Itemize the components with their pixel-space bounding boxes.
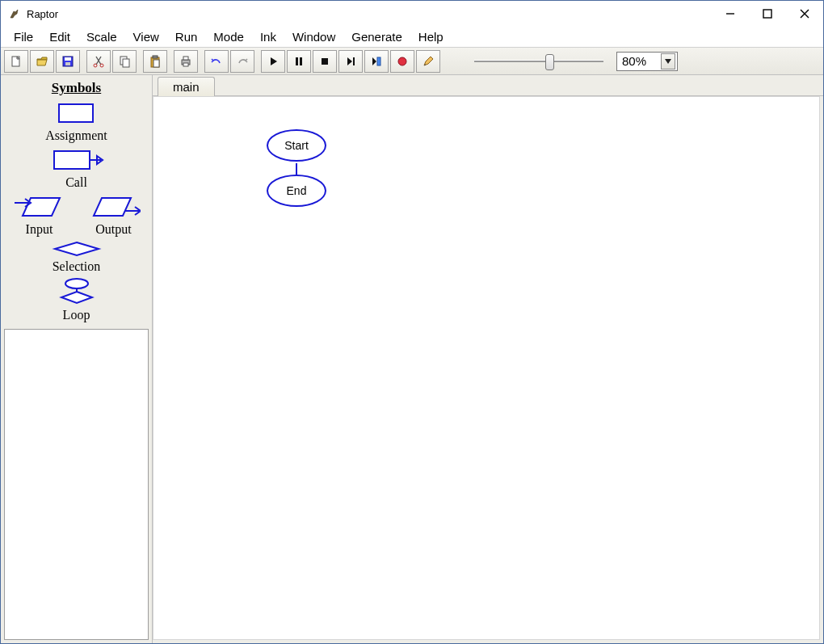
- symbol-assignment[interactable]: Assignment: [45, 99, 107, 143]
- svg-marker-31: [55, 242, 99, 255]
- new-button[interactable]: [4, 50, 28, 73]
- flow-end-label: End: [287, 184, 307, 197]
- maximize-button[interactable]: [749, 1, 786, 27]
- call-icon: [46, 146, 107, 174]
- svg-rect-22: [377, 57, 380, 65]
- assignment-icon: [54, 99, 98, 127]
- open-button[interactable]: [30, 50, 54, 73]
- app-window: Raptor File Edit Scale View Run Mode Ink…: [0, 0, 824, 644]
- redo-button[interactable]: [230, 50, 254, 73]
- pause-button[interactable]: [287, 50, 311, 73]
- flow-end[interactable]: End: [267, 175, 326, 207]
- svg-rect-20: [322, 58, 328, 65]
- menu-file[interactable]: File: [6, 28, 41, 45]
- svg-rect-11: [123, 59, 129, 67]
- tab-main[interactable]: main: [158, 77, 215, 96]
- input-icon: [13, 193, 66, 221]
- svg-rect-6: [65, 57, 71, 61]
- selection-label: Selection: [53, 259, 101, 274]
- svg-marker-34: [61, 292, 92, 303]
- body: Symbols Assignment Call: [1, 75, 823, 643]
- menu-ink[interactable]: Ink: [252, 28, 284, 45]
- zoom-combobox[interactable]: 80%: [616, 52, 678, 71]
- cut-button[interactable]: [86, 50, 111, 73]
- svg-rect-17: [183, 63, 188, 66]
- flow-start[interactable]: Start: [267, 129, 326, 162]
- tab-main-label: main: [173, 80, 200, 94]
- symbol-input[interactable]: Input: [13, 193, 66, 237]
- print-button[interactable]: [174, 50, 198, 73]
- selection-icon: [48, 240, 105, 258]
- slider-track: [474, 60, 603, 62]
- symbols-title: Symbols: [1, 75, 152, 99]
- zoom-dropdown-button[interactable]: [661, 53, 675, 69]
- svg-rect-25: [54, 151, 90, 169]
- canvas-wrap: Start End: [153, 96, 823, 643]
- sidebar: Symbols Assignment Call: [1, 75, 153, 643]
- svg-line-3: [801, 10, 809, 18]
- watch-panel: [4, 329, 149, 640]
- undo-button[interactable]: [204, 50, 229, 73]
- menu-edit[interactable]: Edit: [41, 28, 78, 45]
- paste-button[interactable]: [143, 50, 167, 73]
- svg-rect-1: [763, 10, 771, 18]
- input-label: Input: [26, 222, 53, 237]
- flow-connector: [296, 163, 297, 175]
- stop-button[interactable]: [313, 50, 337, 73]
- svg-point-9: [100, 64, 103, 67]
- loop-label: Loop: [63, 308, 90, 322]
- window-controls: [712, 1, 823, 27]
- run-to-button[interactable]: [364, 50, 389, 73]
- main-area: main Start End: [153, 75, 823, 643]
- svg-rect-19: [300, 57, 302, 65]
- loop-icon: [48, 277, 105, 306]
- menu-window[interactable]: Window: [284, 28, 343, 45]
- symbol-selection[interactable]: Selection: [48, 240, 105, 274]
- symbol-loop[interactable]: Loop: [48, 277, 105, 322]
- menu-scale[interactable]: Scale: [78, 28, 125, 45]
- output-icon: [87, 193, 141, 221]
- pencil-button[interactable]: [416, 50, 440, 73]
- menu-run[interactable]: Run: [167, 28, 206, 45]
- menubar: File Edit Scale View Run Mode Ink Window…: [1, 27, 823, 48]
- svg-rect-13: [153, 60, 159, 67]
- menu-generate[interactable]: Generate: [343, 28, 410, 45]
- assignment-label: Assignment: [45, 128, 107, 143]
- svg-rect-7: [65, 62, 70, 65]
- svg-line-2: [801, 10, 809, 18]
- breakpoint-button[interactable]: [390, 50, 414, 73]
- output-label: Output: [95, 222, 131, 237]
- svg-point-8: [94, 64, 97, 67]
- minimize-button[interactable]: [712, 1, 749, 27]
- svg-point-32: [65, 279, 88, 288]
- symbols-palette: Assignment Call: [1, 99, 152, 326]
- titlebar: Raptor: [1, 1, 823, 27]
- flowchart-canvas[interactable]: Start End: [153, 96, 820, 640]
- window-title: Raptor: [27, 8, 712, 20]
- save-button[interactable]: [56, 50, 80, 73]
- menu-help[interactable]: Help: [410, 28, 452, 45]
- slider-thumb[interactable]: [545, 54, 554, 70]
- svg-rect-24: [59, 104, 93, 122]
- menu-view[interactable]: View: [125, 28, 167, 45]
- svg-rect-18: [296, 57, 298, 65]
- flow-start-label: Start: [284, 139, 309, 152]
- copy-button[interactable]: [112, 50, 137, 73]
- call-label: Call: [65, 175, 87, 190]
- svg-rect-21: [353, 57, 355, 65]
- tabstrip: main: [153, 75, 823, 96]
- step-button[interactable]: [338, 50, 363, 73]
- svg-point-23: [398, 57, 406, 65]
- symbol-call[interactable]: Call: [46, 146, 107, 190]
- speed-slider[interactable]: [474, 53, 603, 70]
- close-button[interactable]: [786, 1, 823, 27]
- zoom-value: 80%: [622, 54, 646, 68]
- svg-rect-14: [153, 56, 158, 58]
- app-icon: [7, 6, 22, 21]
- symbol-output[interactable]: Output: [87, 193, 141, 237]
- play-button[interactable]: [261, 50, 285, 73]
- svg-rect-16: [183, 57, 188, 60]
- menu-mode[interactable]: Mode: [205, 28, 252, 45]
- svg-marker-29: [94, 198, 131, 216]
- toolbar: 80%: [1, 48, 823, 75]
